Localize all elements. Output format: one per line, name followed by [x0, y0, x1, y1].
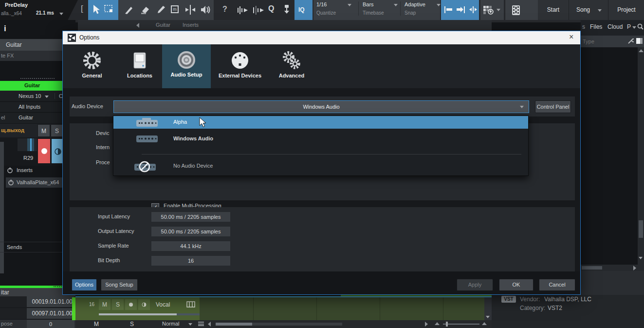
browser-hscroll-thumb[interactable]	[582, 266, 602, 270]
h-scrollbar-thumb[interactable]	[216, 323, 252, 326]
paint-tool-icon[interactable]	[124, 5, 134, 15]
menu-lines-icon[interactable]	[198, 322, 204, 326]
tab-advanced[interactable]: Advanced	[269, 44, 314, 88]
plugin-ms-value[interactable]: 21.1 ms	[36, 10, 54, 16]
snap-end-icon[interactable]	[456, 6, 466, 14]
q-button[interactable]: Q	[268, 4, 274, 13]
browser-scroll-thumb[interactable]	[639, 220, 643, 238]
search-icon[interactable]	[637, 23, 644, 30]
transpose-value[interactable]: 0	[27, 320, 74, 328]
arrow-tool-button[interactable]	[88, 0, 118, 20]
snap-select[interactable]: Adaptive Snap	[400, 1, 437, 16]
position-value-1[interactable]: 00019.01.01.00	[27, 296, 74, 307]
ok-button[interactable]: OK	[499, 279, 534, 291]
wrench-icon[interactable]	[627, 38, 634, 44]
browser-scroll-right-icon[interactable]	[633, 266, 636, 270]
iq-button[interactable]: IQ	[294, 0, 313, 20]
plugin-header[interactable]: PreDelay alla.._x64 21.1 ms	[0, 0, 78, 20]
vocal-track-header[interactable]: 16 M S Vocal	[75, 297, 200, 320]
zoom-slider-handle[interactable]	[446, 322, 448, 327]
zoom-play-icon[interactable]	[425, 322, 428, 327]
browser-hscrollbar[interactable]	[581, 265, 644, 271]
bend-tool-icon[interactable]	[184, 4, 196, 16]
song-page-button[interactable]: Song	[570, 0, 608, 20]
song-setup-button[interactable]: Song Setup	[101, 279, 138, 291]
footer-mute-label[interactable]: M	[94, 321, 99, 328]
project-page-button[interactable]: Project	[609, 0, 644, 20]
help-button[interactable]: ?	[222, 5, 227, 14]
automation-mode-select[interactable]: Normal	[162, 321, 179, 327]
browser-scroll-down-icon[interactable]	[639, 257, 643, 259]
inspector-info-icon[interactable]: i	[4, 24, 6, 34]
browser-search-input[interactable]	[583, 37, 626, 46]
tab-locations[interactable]: Locations	[117, 44, 162, 88]
quantize-select[interactable]: 1/16 Quantize	[316, 1, 352, 16]
arrange-vscrollbar[interactable]	[484, 297, 492, 320]
vscroll-down-icon[interactable]	[486, 316, 490, 318]
plugin-power-icon[interactable]	[8, 179, 14, 186]
zoom-in-icon[interactable]	[482, 322, 487, 325]
grid-add-icon[interactable]	[483, 5, 494, 15]
options-footer-button[interactable]: Options	[72, 279, 97, 291]
browser-vscrollbar[interactable]	[638, 47, 644, 265]
bit-depth-value[interactable]: 16	[151, 256, 230, 266]
macro-tool-icon[interactable]	[281, 4, 292, 17]
browser-scroll-up-icon[interactable]	[639, 49, 644, 52]
panel-toggle-icon[interactable]	[636, 38, 643, 44]
dropdown-item-no-audio-device[interactable]: No Audio Device	[113, 157, 528, 175]
solo-button[interactable]: S	[51, 124, 63, 137]
volume-fader[interactable]	[18, 138, 37, 151]
browser-list-area[interactable]	[581, 47, 638, 265]
browser-tab-sliver[interactable]: s	[582, 23, 585, 30]
track-record-button[interactable]	[125, 299, 137, 310]
scroll-left-icon[interactable]	[208, 322, 211, 327]
collapse-icon[interactable]	[136, 23, 139, 28]
film-icon[interactable]	[511, 5, 521, 16]
tab-audio-setup[interactable]: Audio Setup	[162, 44, 211, 88]
dialog-titlebar[interactable]: Options ×	[63, 31, 580, 44]
listen-tool-icon[interactable]	[200, 4, 211, 15]
output-bus-label[interactable]: щ.выход	[1, 127, 24, 133]
browser-tab-cloud[interactable]: Cloud	[607, 23, 623, 30]
marquee-select-icon[interactable]	[104, 5, 115, 14]
range-bracket-icon[interactable]: [	[81, 4, 83, 14]
record-arm-button[interactable]	[37, 138, 51, 164]
panel-drag-handle[interactable]	[20, 78, 55, 79]
browser-tab-files[interactable]: Files	[590, 23, 602, 30]
apply-button[interactable]: Apply	[457, 279, 493, 291]
track-monitor-button[interactable]	[138, 299, 150, 310]
input-select[interactable]: All Inputs	[18, 104, 40, 110]
tab-general[interactable]: General	[70, 44, 114, 88]
timeline-grid[interactable]	[200, 297, 484, 320]
control-panel-button[interactable]: Control Panel	[535, 100, 571, 113]
pencil-tool-icon[interactable]	[156, 5, 166, 15]
mute-tool-icon[interactable]: m	[171, 5, 179, 13]
audio-device-combobox[interactable]: Windows Audio	[113, 100, 529, 113]
start-page-button[interactable]: Start	[538, 0, 569, 20]
snap-start-icon[interactable]	[443, 6, 454, 14]
cancel-button[interactable]: Cancel	[539, 279, 575, 291]
track-volume-slider[interactable]	[99, 313, 203, 315]
quantize-audio-icon[interactable]	[237, 5, 249, 16]
keyboard-icon[interactable]	[186, 301, 195, 308]
browser-tab-pool[interactable]: P	[627, 23, 631, 30]
snap-relative-icon[interactable]	[468, 6, 478, 14]
zoom-out-icon[interactable]	[435, 322, 440, 325]
grid-caret-icon[interactable]	[497, 9, 500, 11]
tab-external-devices[interactable]: External Devices	[212, 44, 268, 88]
footer-solo-label[interactable]: S	[130, 321, 134, 328]
zoom-slider[interactable]	[443, 324, 479, 325]
mode-caret-icon[interactable]	[188, 323, 192, 326]
track-mute-button[interactable]: M	[99, 299, 110, 310]
dropdown-item-alpha[interactable]: Alpha	[113, 116, 528, 129]
track-solo-button[interactable]: S	[112, 299, 124, 310]
dropdown-item-windows-audio[interactable]: Windows Audio	[113, 129, 528, 148]
sample-rate-value[interactable]: 44.1 kHz	[151, 241, 230, 251]
timebase-select[interactable]: Bars Timebase	[358, 1, 394, 16]
h-scrollbar-track[interactable]	[216, 323, 342, 326]
dialog-close-button[interactable]: ×	[569, 33, 573, 41]
preset-value[interactable]: R29	[23, 155, 33, 161]
channel-name[interactable]: Guitar	[18, 115, 33, 120]
stretch-audio-icon[interactable]	[252, 5, 265, 16]
browser-tab-caret-icon[interactable]	[632, 26, 636, 29]
